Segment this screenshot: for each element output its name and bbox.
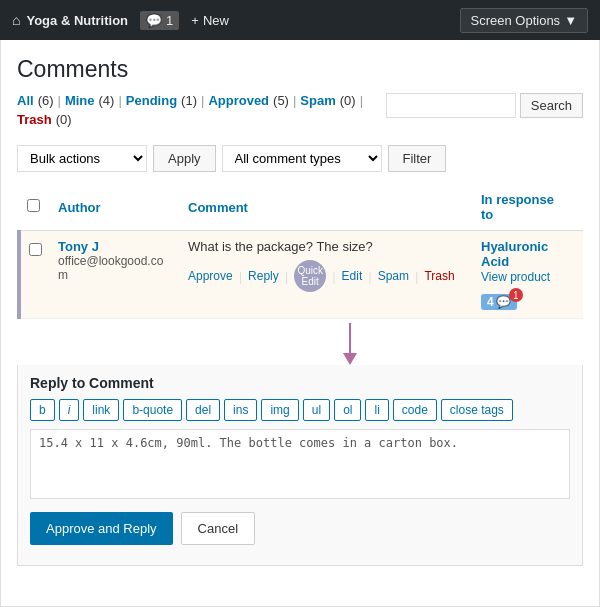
comment-actions: Approve | Reply | Quick Edit | Edit | Sp… bbox=[188, 260, 465, 292]
arrow-down bbox=[343, 323, 357, 365]
main-content: Comments All (6) | Mine (4) | Pending (1… bbox=[0, 40, 600, 607]
filter-spam-count: (0) bbox=[340, 93, 356, 108]
check-all-checkbox[interactable] bbox=[27, 199, 40, 212]
row-checkbox[interactable] bbox=[29, 243, 42, 256]
filter-mine[interactable]: Mine bbox=[65, 93, 95, 108]
toolbar-bold[interactable]: b bbox=[30, 399, 55, 421]
admin-bar-home[interactable]: ⌂ Yoga & Nutrition bbox=[12, 12, 128, 28]
page-title: Comments bbox=[17, 56, 583, 83]
filter-trash[interactable]: Trash bbox=[17, 112, 52, 127]
badge-count: 4 bbox=[487, 295, 494, 309]
reply-section: Reply to Comment b i link b-quote del in… bbox=[17, 365, 583, 566]
quick-edit-button[interactable]: Quick Edit bbox=[294, 260, 326, 292]
search-input[interactable] bbox=[386, 93, 516, 118]
toolbar-img[interactable]: img bbox=[261, 399, 298, 421]
site-title: Yoga & Nutrition bbox=[26, 13, 128, 28]
reply-link[interactable]: Reply bbox=[248, 269, 279, 283]
apply-button[interactable]: Apply bbox=[153, 145, 216, 172]
bulk-actions-row: Bulk actions Apply All comment types Fil… bbox=[17, 145, 583, 172]
filter-pending-count: (1) bbox=[181, 93, 197, 108]
editor-toolbar: b i link b-quote del ins img ul ol li co… bbox=[30, 399, 570, 421]
reply-section-title: Reply to Comment bbox=[30, 375, 570, 391]
bulk-actions-select[interactable]: Bulk actions bbox=[17, 145, 147, 172]
filter-approved[interactable]: Approved bbox=[208, 93, 269, 108]
filter-pending[interactable]: Pending bbox=[126, 93, 177, 108]
filter-links: All (6) | Mine (4) | Pending (1) | Appro… bbox=[17, 93, 386, 127]
comment-icon: 💬 bbox=[146, 13, 162, 28]
comment-type-select[interactable]: All comment types bbox=[222, 145, 382, 172]
response-column-header-line2: to bbox=[481, 207, 493, 222]
author-name: Tony J bbox=[58, 239, 172, 254]
filter-all-count: (6) bbox=[38, 93, 54, 108]
comments-table: Author Comment In response to Tony J bbox=[17, 184, 583, 319]
toolbar-li[interactable]: li bbox=[365, 399, 388, 421]
toolbar-del[interactable]: del bbox=[186, 399, 220, 421]
toolbar-bquote[interactable]: b-quote bbox=[123, 399, 182, 421]
filter-trash-count: (0) bbox=[56, 112, 72, 127]
comment-text: What is the package? The size? bbox=[188, 239, 465, 254]
approve-reply-button[interactable]: Approve and Reply bbox=[30, 512, 173, 545]
filter-spam[interactable]: Spam bbox=[300, 93, 335, 108]
view-product-link[interactable]: View product bbox=[481, 270, 550, 284]
admin-bar-new[interactable]: + New bbox=[191, 13, 229, 28]
badge-notification: 1 bbox=[509, 288, 523, 302]
comment-column-header: Comment bbox=[188, 200, 248, 215]
toolbar-ins[interactable]: ins bbox=[224, 399, 257, 421]
cancel-button[interactable]: Cancel bbox=[181, 512, 255, 545]
toolbar-italic[interactable]: i bbox=[59, 399, 80, 421]
search-button[interactable]: Search bbox=[520, 93, 583, 118]
filter-button[interactable]: Filter bbox=[388, 145, 447, 172]
author-info: Tony J office@lookgood.com bbox=[58, 239, 172, 282]
toolbar-ul[interactable]: ul bbox=[303, 399, 330, 421]
screen-options-label: Screen Options bbox=[471, 13, 561, 28]
reply-actions: Approve and Reply Cancel bbox=[30, 512, 570, 555]
arrow-head bbox=[343, 353, 357, 365]
toolbar-code[interactable]: code bbox=[393, 399, 437, 421]
toolbar-link[interactable]: link bbox=[83, 399, 119, 421]
arrow-container bbox=[117, 319, 583, 365]
chevron-down-icon: ▼ bbox=[564, 13, 577, 28]
author-column-header: Author bbox=[58, 200, 101, 215]
approve-link[interactable]: Approve bbox=[188, 269, 233, 283]
home-icon: ⌂ bbox=[12, 12, 20, 28]
edit-link[interactable]: Edit bbox=[342, 269, 363, 283]
plus-icon: + bbox=[191, 13, 199, 28]
filter-approved-count: (5) bbox=[273, 93, 289, 108]
screen-options-button[interactable]: Screen Options ▼ bbox=[460, 8, 588, 33]
comment-count: 1 bbox=[166, 13, 173, 28]
filter-mine-count: (4) bbox=[99, 93, 115, 108]
toolbar-ol[interactable]: ol bbox=[334, 399, 361, 421]
comment-count-badge[interactable]: 4 💬 1 bbox=[481, 294, 517, 310]
trash-link[interactable]: Trash bbox=[424, 269, 454, 283]
admin-bar-comments[interactable]: 💬 1 bbox=[140, 11, 179, 30]
filter-all[interactable]: All bbox=[17, 93, 34, 108]
reply-textarea[interactable]: 15.4 x 11 x 4.6cm, 90ml. The bottle come… bbox=[30, 429, 570, 499]
toolbar-close-tags[interactable]: close tags bbox=[441, 399, 513, 421]
spam-link[interactable]: Spam bbox=[378, 269, 409, 283]
product-link[interactable]: Hyaluronic Acid bbox=[481, 239, 548, 269]
arrow-line bbox=[349, 323, 351, 353]
admin-bar: ⌂ Yoga & Nutrition 💬 1 + New Screen Opti… bbox=[0, 0, 600, 40]
new-label: New bbox=[203, 13, 229, 28]
response-column-header-line1: In response bbox=[481, 192, 554, 207]
table-row: Tony J office@lookgood.com What is the p… bbox=[19, 231, 583, 319]
author-email: office@lookgood.com bbox=[58, 254, 172, 282]
response-info: Hyaluronic Acid View product 4 💬 1 bbox=[481, 239, 575, 310]
search-row: Search bbox=[386, 93, 583, 118]
